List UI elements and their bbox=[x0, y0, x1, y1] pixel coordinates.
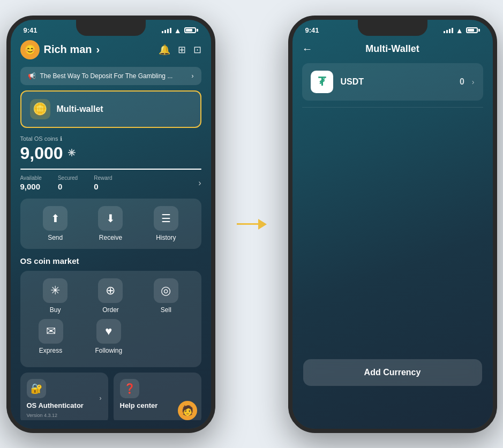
add-currency-button[interactable]: Add Currency bbox=[303, 359, 482, 386]
currency-amount: 0 bbox=[460, 77, 464, 87]
status-icons-2: ▲ bbox=[444, 26, 480, 35]
progress-fill bbox=[20, 169, 201, 170]
order-button[interactable]: ⊕ Order bbox=[98, 278, 123, 314]
page-title: Multi-Wallet bbox=[365, 43, 419, 55]
back-header: ← Multi-Wallet bbox=[302, 38, 483, 63]
authenticator-icon: 🔐 bbox=[27, 379, 46, 398]
banner-megaphone-icon: 📢 bbox=[28, 72, 36, 80]
arrow-shape bbox=[237, 219, 267, 230]
currency-chevron-icon: › bbox=[472, 78, 475, 86]
express-icon: ✉ bbox=[39, 319, 63, 344]
history-button[interactable]: ☰ History bbox=[154, 206, 178, 241]
os-coins-label: Total OS coins ℹ bbox=[20, 135, 201, 142]
avatar: 😊 bbox=[20, 40, 40, 59]
market-card: ✳ Buy ⊕ Order ◎ Sell ✉ Express ♥ bbox=[20, 271, 201, 367]
buy-label: Buy bbox=[50, 306, 61, 314]
sparkle-icon: ✳ bbox=[67, 147, 76, 159]
help-icon: ❓ bbox=[120, 379, 139, 398]
stats-arrow-icon[interactable]: › bbox=[198, 175, 201, 191]
scan-icon[interactable]: ⊡ bbox=[193, 44, 201, 56]
stat-reward: Reward 0 bbox=[94, 175, 112, 191]
support-avatar: 🧑 bbox=[178, 401, 197, 420]
arrow-head bbox=[258, 219, 267, 230]
sell-button[interactable]: ◎ Sell bbox=[154, 278, 178, 314]
express-button[interactable]: ✉ Express bbox=[39, 319, 63, 354]
grid-icon[interactable]: ⊞ bbox=[178, 44, 186, 56]
following-label: Following bbox=[95, 347, 123, 354]
receive-button[interactable]: ⬇ Receive bbox=[98, 206, 123, 241]
usdt-row[interactable]: ₮ USDT 0 › bbox=[302, 63, 483, 101]
market-row-2: ✉ Express ♥ Following bbox=[28, 319, 194, 354]
send-button[interactable]: ⬆ Send bbox=[43, 206, 67, 241]
help-label: Help center bbox=[120, 401, 158, 409]
stat-reward-value: 0 bbox=[94, 182, 112, 191]
stats-row: Available 9,000 Secured 0 Reward 0 › bbox=[20, 175, 201, 191]
user-header: 😊 Rich man › 🔔 ⊞ ⊡ bbox=[20, 38, 201, 62]
notch-2 bbox=[358, 20, 427, 36]
notch bbox=[76, 20, 146, 36]
market-section-label: OS coin market bbox=[20, 256, 201, 265]
version-label: Version 4.3.12 bbox=[27, 413, 58, 418]
status-icons-1: ▲ bbox=[162, 26, 198, 35]
stat-available-label: Available bbox=[20, 175, 42, 181]
sell-icon: ◎ bbox=[154, 278, 178, 303]
usdt-icon: ₮ bbox=[311, 71, 333, 93]
battery-icon-2 bbox=[466, 27, 480, 33]
os-coins-value: 9,000 ✳ bbox=[20, 143, 201, 163]
banner-left: 📢 The Best Way To Deposit For The Gambli… bbox=[28, 72, 173, 80]
send-icon: ⬆ bbox=[43, 206, 67, 231]
stat-available-value: 9,000 bbox=[20, 182, 42, 191]
multiwallet-card[interactable]: 🪙 Multi-wallet bbox=[20, 90, 201, 128]
authenticator-arrow: › bbox=[100, 394, 102, 402]
banner-text: The Best Way To Deposit For The Gambling… bbox=[40, 72, 173, 80]
wifi-icon-2: ▲ bbox=[456, 26, 463, 35]
phone-2: 9:41 ▲ ← Multi-Wallet bbox=[288, 16, 497, 433]
phone-1: 9:41 ▲ 😊 Rich man › bbox=[6, 16, 215, 433]
buy-icon: ✳ bbox=[43, 278, 67, 303]
stat-secured-value: 0 bbox=[58, 182, 78, 191]
help-card[interactable]: ❓ Help center 🧑 bbox=[114, 373, 201, 420]
stat-secured-label: Secured bbox=[58, 175, 78, 181]
chevron-icon: › bbox=[96, 43, 100, 56]
wifi-icon: ▲ bbox=[174, 26, 182, 35]
order-icon: ⊕ bbox=[98, 278, 123, 303]
authenticator-card[interactable]: 🔐 OS Authenticator Version 4.3.12 › bbox=[20, 373, 108, 420]
banner-arrow-icon: › bbox=[192, 72, 194, 80]
info-icon: ℹ bbox=[60, 135, 62, 142]
sell-label: Sell bbox=[161, 306, 171, 314]
history-label: History bbox=[156, 234, 176, 241]
phone2-content: ← Multi-Wallet ₮ USDT 0 › bbox=[292, 38, 493, 108]
actions-card: ⬆ Send ⬇ Receive ☰ History bbox=[20, 199, 201, 249]
signal-icon-2 bbox=[444, 28, 453, 33]
receive-icon: ⬇ bbox=[98, 206, 123, 231]
os-coins-section: Total OS coins ℹ 9,000 ✳ bbox=[20, 135, 201, 163]
stat-secured: Secured 0 bbox=[58, 175, 78, 191]
bottom-row: 🔐 OS Authenticator Version 4.3.12 › ❓ He… bbox=[20, 373, 201, 420]
currency-name: USDT bbox=[341, 77, 452, 87]
back-button[interactable]: ← bbox=[302, 43, 313, 55]
stat-available: Available 9,000 bbox=[20, 175, 42, 191]
header-icons: 🔔 ⊞ ⊡ bbox=[159, 44, 201, 56]
arrow-line bbox=[237, 223, 258, 225]
buy-button[interactable]: ✳ Buy bbox=[43, 278, 67, 314]
user-name: Rich man bbox=[44, 43, 92, 56]
following-button[interactable]: ♥ Following bbox=[95, 319, 123, 354]
send-label: Send bbox=[48, 234, 63, 241]
order-label: Order bbox=[102, 306, 119, 314]
signal-icon bbox=[162, 28, 171, 33]
market-row-1: ✳ Buy ⊕ Order ◎ Sell bbox=[28, 278, 194, 314]
battery-icon bbox=[184, 27, 198, 33]
arrow-connector bbox=[237, 219, 267, 230]
wallet-icon: 🪙 bbox=[30, 99, 50, 119]
express-label: Express bbox=[39, 347, 62, 354]
divider bbox=[302, 107, 483, 108]
bell-icon[interactable]: 🔔 bbox=[159, 44, 170, 56]
history-icon: ☰ bbox=[154, 206, 178, 231]
promo-banner[interactable]: 📢 The Best Way To Deposit For The Gambli… bbox=[20, 67, 201, 85]
time-2: 9:41 bbox=[305, 26, 319, 34]
receive-label: Receive bbox=[99, 234, 122, 241]
authenticator-label: OS Authenticator bbox=[27, 401, 84, 409]
multiwallet-label: Multi-wallet bbox=[57, 104, 103, 114]
following-icon: ♥ bbox=[96, 319, 121, 344]
user-info[interactable]: 😊 Rich man › bbox=[20, 40, 100, 59]
